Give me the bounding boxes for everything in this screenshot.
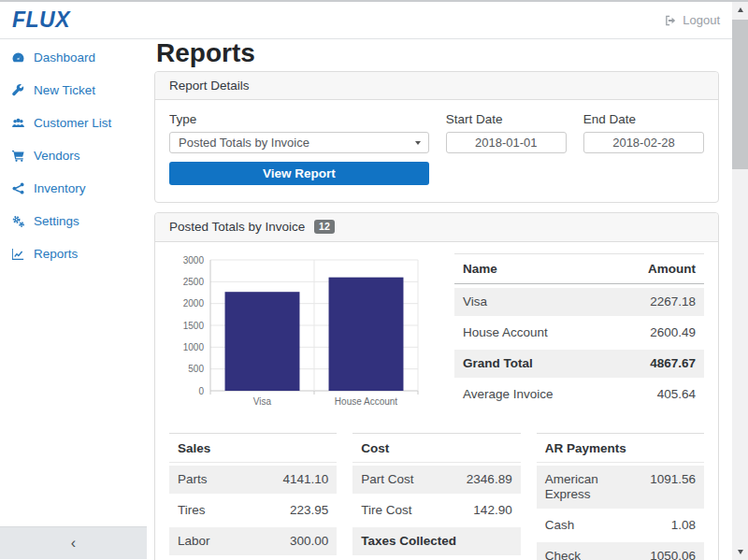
- row-label: Grand Total: [463, 356, 533, 371]
- row-value: 223.95: [290, 503, 328, 518]
- main-content: Reports Report Details Type Posted Total…: [147, 39, 732, 559]
- results-panel: Posted Totals by Invoice 12 050010001500…: [154, 212, 719, 560]
- sidebar-item-label: Dashboard: [34, 50, 95, 65]
- app-window: FLUX Logout Dashboard: [0, 0, 748, 560]
- scrollbar-thumb[interactable]: [732, 20, 748, 169]
- svg-text:500: 500: [188, 364, 204, 374]
- sidebar-item-inventory[interactable]: Inventory: [0, 172, 147, 205]
- breakdown-tables: SalesParts4141.10Tires223.95Labor300.00F…: [169, 433, 704, 560]
- sidebar-item-settings[interactable]: Settings: [0, 205, 147, 237]
- chart-line-icon: [11, 247, 25, 261]
- logout-button[interactable]: Logout: [664, 13, 720, 27]
- row-label: House Account: [463, 325, 548, 340]
- row-label: Visa: [463, 294, 487, 309]
- row-value: 300.00: [290, 534, 328, 549]
- scroll-up-icon: [738, 7, 743, 12]
- row-label: American Express: [545, 472, 639, 502]
- table-row: Visa2267.18: [454, 288, 704, 316]
- chevron-down-icon: [415, 141, 421, 145]
- row-value: 405.64: [657, 387, 696, 402]
- row-label: Parts: [178, 472, 208, 487]
- sidebar-item-label: Reports: [34, 247, 78, 261]
- scroll-down-icon: [738, 550, 743, 554]
- svg-text:House Account: House Account: [335, 396, 397, 407]
- chevron-left-icon: ‹: [71, 535, 76, 552]
- sidebar-item-dashboard[interactable]: Dashboard: [0, 41, 147, 74]
- breakdown-table-cost: CostPart Cost2346.89Tire Cost142.90Taxes…: [352, 433, 520, 560]
- breakdown-table-title: AR Payments: [537, 433, 704, 463]
- report-details-panel: Report Details Type Posted Totals by Inv…: [154, 71, 719, 203]
- table-row: Parts4141.10: [169, 466, 337, 494]
- table-row: Tire Cost142.90: [352, 496, 520, 524]
- sidebar-item-reports[interactable]: Reports: [0, 237, 147, 270]
- row-value: 1050.06: [650, 549, 696, 560]
- row-label: Part Cost: [361, 472, 413, 487]
- view-report-button[interactable]: View Report: [169, 162, 429, 185]
- results-panel-heading: Posted Totals by Invoice 12: [155, 213, 718, 242]
- sign-out-icon: [664, 14, 677, 27]
- svg-text:2000: 2000: [183, 298, 205, 309]
- scroll-down-button[interactable]: [732, 544, 748, 560]
- summary-table: Name Amount Visa2267.18House Account2600…: [454, 253, 704, 409]
- sidebar-item-vendors[interactable]: Vendors: [0, 139, 147, 172]
- row-value: 1.08: [671, 518, 696, 533]
- table-row: Part Cost2346.89: [352, 466, 520, 494]
- wrench-icon: [11, 83, 25, 97]
- end-date-label: End Date: [583, 112, 704, 126]
- sidebar-item-label: Customer List: [34, 116, 111, 130]
- results-panel-title: Posted Totals by Invoice: [169, 220, 305, 234]
- row-label: Taxes Collected: [361, 534, 456, 549]
- svg-text:3000: 3000: [183, 255, 205, 266]
- row-label: Labor: [178, 534, 210, 549]
- sidebar-item-new-ticket[interactable]: New Ticket: [0, 74, 147, 107]
- row-value: 2600.49: [650, 325, 696, 340]
- breakdown-table-title: Cost: [352, 433, 520, 463]
- start-date-input[interactable]: [446, 132, 567, 153]
- breakdown-table-ar-payments: AR PaymentsAmerican Express1091.56Cash1.…: [537, 433, 704, 560]
- table-row: Grand Total4867.67: [454, 350, 704, 378]
- breakdown-table-sales: SalesParts4141.10Tires223.95Labor300.00F…: [169, 433, 337, 560]
- table-row: Tires223.95: [169, 496, 337, 524]
- svg-text:2500: 2500: [183, 277, 205, 287]
- sidebar-item-customer-list[interactable]: Customer List: [0, 107, 147, 139]
- end-date-input[interactable]: [583, 132, 704, 153]
- sidebar-item-label: New Ticket: [34, 83, 95, 97]
- report-type-selected-value: Posted Totals by Invoice: [179, 136, 309, 150]
- totals-bar-chart: 050010001500200025003000VisaHouse Accoun…: [169, 253, 436, 424]
- vertical-scrollbar[interactable]: [732, 2, 748, 560]
- row-value: 142.90: [473, 503, 511, 518]
- summary-table-header: Name Amount: [454, 253, 704, 284]
- scroll-up-button[interactable]: [732, 2, 748, 18]
- brand-logo[interactable]: FLUX: [12, 7, 70, 33]
- table-row: House Account2600.49: [454, 319, 704, 347]
- row-label: Cash: [545, 518, 575, 533]
- bar-chart-svg: 050010001500200025003000VisaHouse Accoun…: [169, 253, 436, 424]
- page-title: Reports: [156, 42, 719, 65]
- table-row: Cash1.08: [537, 511, 704, 539]
- row-value: 4867.67: [650, 356, 696, 371]
- sidebar-item-label: Settings: [34, 214, 79, 228]
- users-icon: [11, 116, 25, 130]
- type-label: Type: [169, 112, 429, 126]
- invoice-count-badge: 12: [314, 220, 335, 234]
- row-label: Average Invoice: [463, 387, 554, 402]
- row-label: Check: [545, 549, 581, 560]
- table-row: Taxes Collected: [352, 527, 520, 555]
- sidebar-item-label: Inventory: [34, 181, 86, 195]
- shopping-cart-icon: [11, 149, 25, 163]
- row-value: 2346.89: [467, 472, 512, 487]
- row-value: 2267.18: [650, 294, 696, 309]
- logout-label: Logout: [683, 13, 720, 27]
- table-row: Average Invoice405.64: [454, 381, 704, 409]
- report-type-select[interactable]: Posted Totals by Invoice: [169, 132, 429, 153]
- breakdown-table-title: Sales: [169, 433, 337, 463]
- inventory-icon: [11, 181, 25, 195]
- table-row: American Express1091.56: [537, 466, 704, 509]
- svg-text:0: 0: [198, 386, 204, 396]
- svg-text:Visa: Visa: [253, 396, 272, 407]
- sidebar-collapse-button[interactable]: ‹: [0, 526, 147, 559]
- row-label: Tire Cost: [361, 503, 411, 518]
- report-details-panel-title: Report Details: [155, 72, 718, 100]
- sidebar: Dashboard New Ticket Customer List: [0, 39, 147, 559]
- summary-col-name: Name: [463, 262, 497, 276]
